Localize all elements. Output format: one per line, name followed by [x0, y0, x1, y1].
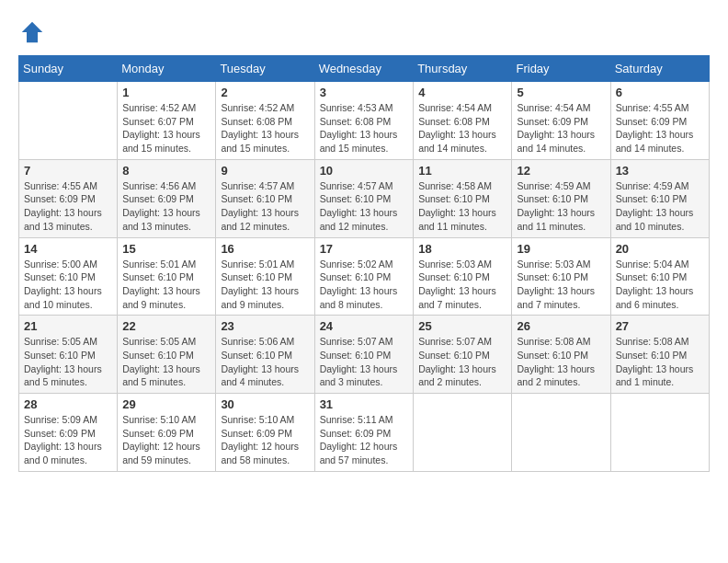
logo: [18, 18, 51, 46]
calendar-cell: 12Sunrise: 4:59 AM Sunset: 6:10 PM Dayli…: [512, 159, 610, 237]
day-number: 10: [320, 164, 409, 178]
calendar-cell: 15Sunrise: 5:01 AM Sunset: 6:10 PM Dayli…: [118, 237, 216, 316]
day-info: Sunrise: 5:07 AM Sunset: 6:10 PM Dayligh…: [418, 335, 506, 389]
calendar-cell: 14Sunrise: 5:00 AM Sunset: 6:10 PM Dayli…: [19, 237, 118, 316]
day-number: 11: [418, 164, 506, 178]
day-info: Sunrise: 5:05 AM Sunset: 6:10 PM Dayligh…: [24, 335, 112, 389]
day-header-monday: Monday: [118, 56, 216, 82]
day-info: Sunrise: 4:54 AM Sunset: 6:09 PM Dayligh…: [517, 101, 605, 155]
day-info: Sunrise: 5:08 AM Sunset: 6:10 PM Dayligh…: [517, 335, 605, 389]
calendar-week-row: 1Sunrise: 4:52 AM Sunset: 6:07 PM Daylig…: [19, 82, 710, 160]
day-number: 12: [517, 164, 605, 178]
day-number: 22: [122, 319, 210, 333]
calendar-cell: 31Sunrise: 5:11 AM Sunset: 6:09 PM Dayli…: [314, 394, 414, 472]
calendar-cell: 29Sunrise: 5:10 AM Sunset: 6:09 PM Dayli…: [118, 394, 216, 472]
calendar-cell: 5Sunrise: 4:54 AM Sunset: 6:09 PM Daylig…: [512, 82, 610, 160]
day-number: 9: [221, 164, 309, 178]
day-number: 3: [320, 86, 409, 99]
day-info: Sunrise: 5:10 AM Sunset: 6:09 PM Dayligh…: [122, 413, 210, 467]
day-header-wednesday: Wednesday: [314, 56, 414, 82]
day-number: 29: [122, 397, 210, 411]
day-header-friday: Friday: [512, 56, 610, 82]
day-number: 21: [24, 319, 112, 333]
day-info: Sunrise: 5:01 AM Sunset: 6:10 PM Dayligh…: [122, 258, 210, 312]
day-number: 7: [24, 164, 112, 178]
calendar-cell: 26Sunrise: 5:08 AM Sunset: 6:10 PM Dayli…: [512, 316, 610, 394]
day-number: 17: [320, 242, 409, 256]
calendar-table: SundayMondayTuesdayWednesdayThursdayFrid…: [18, 55, 710, 472]
calendar-body: 1Sunrise: 4:52 AM Sunset: 6:07 PM Daylig…: [19, 82, 710, 472]
day-info: Sunrise: 4:55 AM Sunset: 6:09 PM Dayligh…: [24, 179, 112, 234]
day-number: 31: [320, 397, 409, 411]
day-number: 18: [418, 242, 506, 256]
day-info: Sunrise: 4:54 AM Sunset: 6:08 PM Dayligh…: [418, 101, 506, 155]
calendar-cell: 24Sunrise: 5:07 AM Sunset: 6:10 PM Dayli…: [314, 316, 414, 394]
day-info: Sunrise: 5:10 AM Sunset: 6:09 PM Dayligh…: [221, 413, 309, 467]
calendar-cell: 27Sunrise: 5:08 AM Sunset: 6:10 PM Dayli…: [610, 316, 709, 394]
day-header-sunday: Sunday: [19, 56, 118, 82]
day-info: Sunrise: 5:08 AM Sunset: 6:10 PM Dayligh…: [616, 335, 704, 389]
calendar-cell: 11Sunrise: 4:58 AM Sunset: 6:10 PM Dayli…: [414, 159, 512, 237]
day-number: 30: [221, 397, 309, 411]
day-number: 23: [221, 319, 309, 333]
calendar-cell: [19, 82, 118, 160]
day-number: 15: [122, 242, 210, 256]
svg-marker-0: [22, 22, 43, 43]
calendar-cell: 10Sunrise: 4:57 AM Sunset: 6:10 PM Dayli…: [314, 159, 414, 237]
day-number: 2: [221, 86, 309, 99]
calendar-cell: 23Sunrise: 5:06 AM Sunset: 6:10 PM Dayli…: [216, 316, 314, 394]
calendar-cell: 6Sunrise: 4:55 AM Sunset: 6:09 PM Daylig…: [610, 82, 709, 160]
day-info: Sunrise: 5:03 AM Sunset: 6:10 PM Dayligh…: [418, 258, 506, 312]
day-header-saturday: Saturday: [610, 56, 709, 82]
day-number: 19: [517, 242, 605, 256]
day-number: 25: [418, 319, 506, 333]
calendar-cell: 17Sunrise: 5:02 AM Sunset: 6:10 PM Dayli…: [314, 237, 414, 316]
day-info: Sunrise: 4:52 AM Sunset: 6:07 PM Dayligh…: [122, 101, 210, 155]
day-info: Sunrise: 5:09 AM Sunset: 6:09 PM Dayligh…: [24, 413, 112, 467]
day-info: Sunrise: 4:56 AM Sunset: 6:09 PM Dayligh…: [122, 179, 210, 234]
calendar-header-row: SundayMondayTuesdayWednesdayThursdayFrid…: [19, 56, 710, 82]
calendar-cell: 28Sunrise: 5:09 AM Sunset: 6:09 PM Dayli…: [19, 394, 118, 472]
day-info: Sunrise: 5:00 AM Sunset: 6:10 PM Dayligh…: [24, 258, 112, 312]
day-number: 27: [616, 319, 704, 333]
calendar-cell: 9Sunrise: 4:57 AM Sunset: 6:10 PM Daylig…: [216, 159, 314, 237]
calendar-cell: 1Sunrise: 4:52 AM Sunset: 6:07 PM Daylig…: [118, 82, 216, 160]
calendar-week-row: 28Sunrise: 5:09 AM Sunset: 6:09 PM Dayli…: [19, 394, 710, 472]
day-number: 20: [616, 242, 704, 256]
day-number: 4: [418, 86, 506, 99]
calendar-cell: 8Sunrise: 4:56 AM Sunset: 6:09 PM Daylig…: [118, 159, 216, 237]
calendar-cell: 30Sunrise: 5:10 AM Sunset: 6:09 PM Dayli…: [216, 394, 314, 472]
calendar-cell: [610, 394, 709, 472]
page-header: [18, 18, 710, 46]
day-info: Sunrise: 4:59 AM Sunset: 6:10 PM Dayligh…: [616, 179, 704, 234]
calendar-week-row: 7Sunrise: 4:55 AM Sunset: 6:09 PM Daylig…: [19, 159, 710, 237]
calendar-week-row: 14Sunrise: 5:00 AM Sunset: 6:10 PM Dayli…: [19, 237, 710, 316]
day-info: Sunrise: 5:02 AM Sunset: 6:10 PM Dayligh…: [320, 258, 409, 312]
day-number: 5: [517, 86, 605, 99]
calendar-cell: 16Sunrise: 5:01 AM Sunset: 6:10 PM Dayli…: [216, 237, 314, 316]
calendar-cell: [512, 394, 610, 472]
day-info: Sunrise: 5:04 AM Sunset: 6:10 PM Dayligh…: [616, 258, 704, 312]
day-info: Sunrise: 4:53 AM Sunset: 6:08 PM Dayligh…: [320, 101, 409, 155]
day-number: 26: [517, 319, 605, 333]
calendar-week-row: 21Sunrise: 5:05 AM Sunset: 6:10 PM Dayli…: [19, 316, 710, 394]
day-number: 1: [122, 86, 210, 99]
calendar-cell: 19Sunrise: 5:03 AM Sunset: 6:10 PM Dayli…: [512, 237, 610, 316]
logo-icon: [18, 18, 46, 46]
day-info: Sunrise: 4:55 AM Sunset: 6:09 PM Dayligh…: [616, 101, 704, 155]
calendar-cell: 22Sunrise: 5:05 AM Sunset: 6:10 PM Dayli…: [118, 316, 216, 394]
day-header-tuesday: Tuesday: [216, 56, 314, 82]
day-info: Sunrise: 5:11 AM Sunset: 6:09 PM Dayligh…: [320, 413, 409, 467]
calendar-cell: 3Sunrise: 4:53 AM Sunset: 6:08 PM Daylig…: [314, 82, 414, 160]
day-number: 8: [122, 164, 210, 178]
day-number: 13: [616, 164, 704, 178]
day-number: 28: [24, 397, 112, 411]
day-info: Sunrise: 4:57 AM Sunset: 6:10 PM Dayligh…: [320, 179, 409, 234]
calendar-cell: 25Sunrise: 5:07 AM Sunset: 6:10 PM Dayli…: [414, 316, 512, 394]
calendar-cell: [414, 394, 512, 472]
day-header-thursday: Thursday: [414, 56, 512, 82]
day-info: Sunrise: 5:07 AM Sunset: 6:10 PM Dayligh…: [320, 335, 409, 389]
day-info: Sunrise: 5:05 AM Sunset: 6:10 PM Dayligh…: [122, 335, 210, 389]
calendar-cell: 7Sunrise: 4:55 AM Sunset: 6:09 PM Daylig…: [19, 159, 118, 237]
calendar-cell: 4Sunrise: 4:54 AM Sunset: 6:08 PM Daylig…: [414, 82, 512, 160]
